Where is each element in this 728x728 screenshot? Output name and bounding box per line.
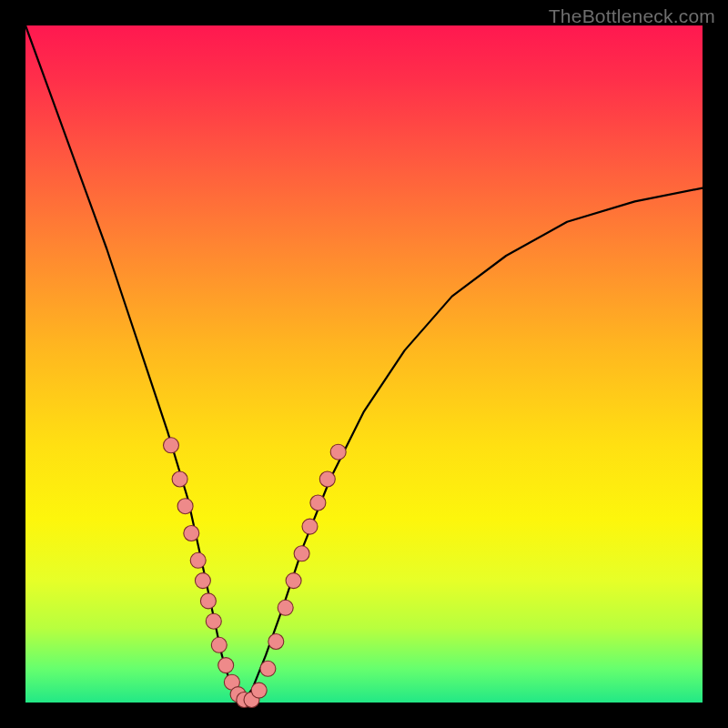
watermark-text: TheBottleneck.com <box>549 5 715 27</box>
data-point <box>278 600 293 615</box>
data-point <box>218 658 234 673</box>
chart-frame: TheBottleneck.com <box>0 0 728 728</box>
data-points-group <box>164 438 347 708</box>
data-point <box>211 637 227 652</box>
data-point <box>200 593 216 609</box>
data-point <box>172 471 187 487</box>
data-point <box>286 573 301 589</box>
data-point <box>190 552 206 568</box>
data-point <box>294 546 309 561</box>
data-point <box>330 444 346 460</box>
data-point <box>195 573 210 589</box>
data-point <box>310 495 326 511</box>
plot-area <box>25 25 703 703</box>
data-point <box>260 661 276 676</box>
chart-svg <box>25 25 703 703</box>
data-point <box>302 519 318 534</box>
data-point <box>184 526 199 541</box>
data-point <box>206 613 221 629</box>
data-point <box>319 471 335 487</box>
data-point <box>164 438 179 453</box>
data-point <box>177 499 193 514</box>
data-point <box>251 682 267 698</box>
bottleneck-curve <box>25 25 703 703</box>
data-point <box>268 634 284 650</box>
